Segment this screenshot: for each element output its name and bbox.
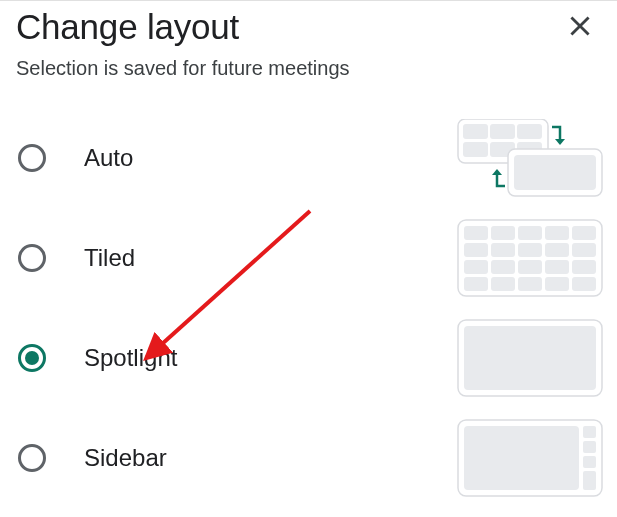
svg-rect-4 [463,142,488,157]
option-label-spotlight: Spotlight [84,344,457,372]
svg-rect-21 [491,260,515,274]
svg-rect-14 [572,226,596,240]
svg-rect-12 [518,226,542,240]
dialog-subtitle: Selection is saved for future meetings [16,57,603,80]
svg-rect-22 [518,260,542,274]
svg-rect-26 [491,277,515,291]
svg-rect-29 [572,277,596,291]
svg-rect-17 [518,243,542,257]
svg-rect-13 [545,226,569,240]
svg-rect-28 [545,277,569,291]
svg-rect-11 [491,226,515,240]
layout-option-sidebar[interactable]: Sidebar [16,408,603,508]
svg-rect-35 [583,441,596,453]
svg-rect-10 [464,226,488,240]
svg-rect-15 [464,243,488,257]
option-label-tiled: Tiled [84,244,457,272]
svg-rect-23 [545,260,569,274]
layout-option-auto[interactable]: Auto [16,108,603,208]
radio-sidebar[interactable] [18,444,46,472]
preview-spotlight-icon [457,319,603,397]
layout-option-spotlight[interactable]: Spotlight [16,308,603,408]
svg-rect-36 [583,456,596,468]
svg-rect-18 [545,243,569,257]
svg-rect-8 [514,155,596,190]
radio-spotlight[interactable] [18,344,46,372]
dialog-title: Change layout [16,7,239,47]
option-label-auto: Auto [84,144,457,172]
svg-rect-2 [490,124,515,139]
preview-sidebar-icon [457,419,603,497]
svg-rect-34 [583,426,596,438]
svg-rect-27 [518,277,542,291]
layout-options: Auto [16,108,603,508]
layout-option-tiled[interactable]: Tiled [16,208,603,308]
preview-tiled-icon [457,219,603,297]
radio-tiled[interactable] [18,244,46,272]
svg-rect-25 [464,277,488,291]
svg-rect-16 [491,243,515,257]
dialog-header: Change layout [16,7,603,47]
option-label-sidebar: Sidebar [84,444,457,472]
svg-rect-24 [572,260,596,274]
close-button[interactable] [563,9,597,43]
preview-auto-icon [457,119,603,197]
svg-rect-3 [517,124,542,139]
radio-auto[interactable] [18,144,46,172]
svg-rect-1 [463,124,488,139]
svg-rect-37 [583,471,596,490]
close-icon [567,13,593,39]
svg-rect-19 [572,243,596,257]
svg-rect-31 [464,326,596,390]
radio-inner [25,351,39,365]
svg-rect-33 [464,426,579,490]
svg-rect-20 [464,260,488,274]
